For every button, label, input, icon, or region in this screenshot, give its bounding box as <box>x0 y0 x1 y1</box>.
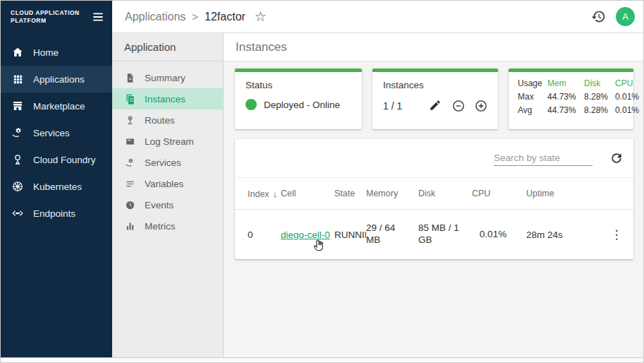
usage-col-mem: Mem <box>547 78 584 88</box>
hamburger-menu-icon[interactable] <box>91 10 105 24</box>
storefront-icon <box>11 100 24 112</box>
appnav-item-label: Log Stream <box>145 136 194 147</box>
row-uptime: 28m 24s <box>526 230 597 240</box>
sidebar-item-label: Applications <box>33 74 85 85</box>
appnav-item-variables[interactable]: Variables <box>112 173 223 194</box>
history-icon[interactable] <box>591 9 606 24</box>
application-sidebar-title: Application <box>112 33 223 61</box>
sidebar-item-label: Kubernetes <box>33 182 82 192</box>
sidebar-item-kubernetes[interactable]: Kubernetes <box>1 173 112 200</box>
column-header-index[interactable]: Index↓ <box>248 189 281 199</box>
disk-usage: 85 MB / 1 GB <box>418 222 462 246</box>
sidebar-item-label: Endpoints <box>33 208 75 219</box>
service-gear-hand-icon <box>11 126 24 139</box>
usage-col-disk: Disk <box>584 78 615 88</box>
usage-max-disk: 8.28% <box>584 92 615 102</box>
breadcrumb-current-app: 12factor <box>205 11 245 23</box>
sidebar-item-endpoints[interactable]: Endpoints <box>1 200 112 227</box>
header-main: Applications > 12factor ☆ A <box>112 1 644 32</box>
app-logo: CLOUD APPLICATION PLATFORM <box>11 9 91 25</box>
usage-avg-cpu: 0.01% <box>615 105 640 115</box>
column-header-disk[interactable]: Disk <box>418 189 472 198</box>
document-icon <box>124 72 135 83</box>
apps-grid-icon <box>11 73 24 85</box>
instances-card-title: Instances <box>383 80 487 90</box>
usage-avg-mem: 44.73% <box>547 105 584 115</box>
app-window: CLOUD APPLICATION PLATFORM Applications … <box>0 0 644 363</box>
appnav-item-services[interactable]: Services <box>112 152 223 173</box>
table-header-row: Index↓ Cell State Memory Disk CPU Uptime <box>235 178 633 210</box>
table-row: 0 diego-cell-0 RUNNING 29 / 64 MB 85 MB … <box>235 210 633 259</box>
breadcrumb: Applications > 12factor ☆ <box>125 8 267 25</box>
add-instance-icon[interactable] <box>474 99 487 112</box>
status-card: Status Deployed - Online <box>235 69 362 129</box>
sidebar-item-services[interactable]: Services <box>1 119 112 146</box>
sidebar-item-label: Cloud Foundry <box>33 155 96 165</box>
usage-row-max-label: Max <box>518 92 547 102</box>
appnav-item-metrics[interactable]: Metrics <box>112 215 223 237</box>
sidebar-item-label: Services <box>33 128 70 138</box>
breadcrumb-applications[interactable]: Applications <box>125 11 186 23</box>
search-box <box>494 150 593 166</box>
main-content: Instances Status Deployed - Online Insta… <box>224 33 644 359</box>
favorite-star-icon[interactable]: ☆ <box>255 8 267 25</box>
appnav-item-log-stream[interactable]: Log Stream <box>112 131 223 152</box>
usage-max-cpu: 0.01% <box>615 92 640 102</box>
sidebar-item-label: Marketplace <box>33 101 85 112</box>
avatar-initial: A <box>622 11 628 22</box>
appnav-item-events[interactable]: Events <box>112 194 223 215</box>
cpu-usage: 0.01% <box>472 229 516 241</box>
sidebar-item-marketplace[interactable]: Marketplace <box>1 93 112 119</box>
appnav-item-instances[interactable]: Instances <box>112 88 223 109</box>
logo-line-1: CLOUD APPLICATION <box>11 9 91 17</box>
home-icon <box>11 46 24 59</box>
header-actions: A <box>591 7 635 26</box>
usage-card: Usage Mem Disk CPU Max 44.73% 8.28% 0.01… <box>509 69 633 129</box>
usage-avg-disk: 8.28% <box>584 105 615 115</box>
appnav-item-label: Metrics <box>145 221 176 232</box>
edit-instances-icon[interactable] <box>429 99 442 112</box>
sort-desc-icon: ↓ <box>273 189 278 199</box>
appnav-item-routes[interactable]: Routes <box>112 109 223 131</box>
service-gear-hand-icon <box>124 157 135 168</box>
column-header-uptime[interactable]: Uptime <box>526 189 597 198</box>
top-bar: CLOUD APPLICATION PLATFORM Applications … <box>1 1 644 33</box>
instances-copy-icon <box>124 93 135 105</box>
appnav-item-label: Services <box>145 157 181 168</box>
breadcrumb-separator-icon: > <box>192 11 198 23</box>
status-card-title: Status <box>245 80 351 90</box>
kubernetes-wheel-icon <box>11 180 24 193</box>
sidebar-item-cloud-foundry[interactable]: Cloud Foundry <box>1 146 112 173</box>
column-header-cpu[interactable]: CPU <box>472 189 526 198</box>
list-icon <box>124 178 135 189</box>
routes-globe-icon <box>124 114 135 126</box>
sidebar-item-home[interactable]: Home <box>1 39 112 66</box>
appnav-item-label: Variables <box>145 179 183 189</box>
logo-block: CLOUD APPLICATION PLATFORM <box>1 1 112 33</box>
sidebar-item-applications[interactable]: Applications <box>1 66 112 93</box>
usage-max-mem: 44.73% <box>547 92 584 102</box>
appnav-item-summary[interactable]: Summary <box>112 67 223 88</box>
column-header-cell[interactable]: Cell <box>281 189 334 198</box>
search-by-state-input[interactable] <box>494 150 593 166</box>
usage-row-avg-label: Avg <box>518 105 547 115</box>
endpoints-icon <box>11 207 24 220</box>
appnav-item-label: Routes <box>145 115 175 126</box>
row-index: 0 <box>248 230 281 240</box>
usage-title: Usage <box>518 78 547 88</box>
bar-chart-icon <box>124 220 135 232</box>
status-value: Deployed - Online <box>264 100 340 110</box>
instances-card: Instances 1 / 1 <box>372 69 498 129</box>
remove-instance-icon[interactable] <box>451 99 465 112</box>
usage-col-cpu: CPU <box>615 78 640 88</box>
instances-table-card: Index↓ Cell State Memory Disk CPU Uptime… <box>235 139 633 259</box>
status-online-dot <box>245 99 257 110</box>
row-menu-kebab-icon[interactable]: ⋮ <box>611 227 623 242</box>
refresh-icon[interactable] <box>609 151 624 165</box>
diego-cell-link[interactable]: diego-cell-0 <box>281 230 330 240</box>
window-bottom-edge <box>1 357 644 362</box>
user-avatar[interactable]: A <box>616 7 635 26</box>
column-header-state[interactable]: State <box>334 189 366 198</box>
logo-line-2: PLATFORM <box>11 17 91 25</box>
column-header-memory[interactable]: Memory <box>366 189 418 198</box>
